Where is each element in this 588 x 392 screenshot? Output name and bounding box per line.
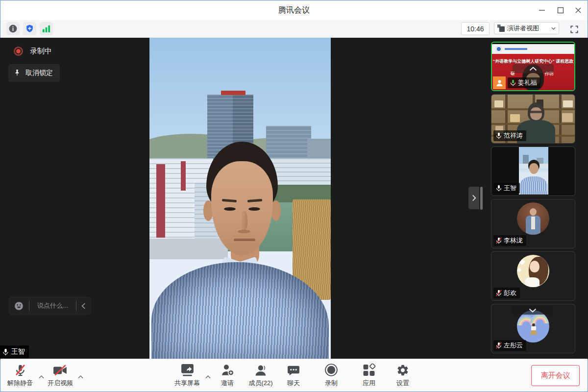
tencent-meeting-window: 腾讯会议 10:4 <box>0 0 588 392</box>
participant-name: 范祥涛 <box>504 131 523 140</box>
mic-active-icon <box>509 79 517 87</box>
record-label: 录制 <box>325 379 338 388</box>
share-screen-icon <box>180 364 195 377</box>
mini-video <box>519 147 548 195</box>
sidebar-collapse-handle[interactable] <box>468 187 479 209</box>
person-nose-shadow <box>238 230 250 233</box>
video-options-caret[interactable] <box>78 372 83 381</box>
bottom-toolbar: 解除静音 开启视频 <box>0 359 588 392</box>
apps-button[interactable]: 应用 <box>363 363 376 388</box>
sidebar-scrollbar[interactable] <box>480 187 483 210</box>
mic-icon <box>495 184 503 192</box>
record-circle-icon <box>324 363 338 377</box>
chevron-down-icon <box>529 308 537 313</box>
info-icon <box>8 24 18 33</box>
close-icon <box>574 6 583 15</box>
share-screen-button[interactable]: 共享屏幕 <box>174 363 200 388</box>
mic-muted-icon <box>495 289 503 297</box>
presenter-badge <box>493 76 506 89</box>
quick-chat-bar[interactable]: 说点什么... <box>9 296 91 315</box>
unpin-button[interactable]: 取消锁定 <box>8 64 60 82</box>
fullscreen-button[interactable] <box>566 22 582 37</box>
participant-name: 王智 <box>504 184 516 193</box>
person-nose <box>241 211 247 231</box>
share-options-caret[interactable] <box>205 372 211 381</box>
chat-button[interactable]: 聊天 <box>287 363 300 388</box>
building-accent <box>156 164 165 238</box>
minimize-icon <box>538 6 546 15</box>
share-screen-label: 共享屏幕 <box>174 379 200 388</box>
avatar <box>517 202 549 235</box>
apps-label: 应用 <box>363 379 375 388</box>
chevron-down-icon <box>551 27 556 30</box>
participant-name-badge: 李林泷 <box>493 235 526 246</box>
scroll-down-hint[interactable] <box>512 306 553 315</box>
participant-name-badge: 左彤云 <box>493 340 526 351</box>
person-eye <box>224 207 236 211</box>
participant-tile-penghuan[interactable]: 彭欢 <box>491 251 575 301</box>
recording-indicator: 录制中 <box>14 47 52 56</box>
participant-name-badge: 范祥涛 <box>493 130 526 141</box>
chat-placeholder[interactable]: 说点什么... <box>29 301 76 310</box>
smiley-icon <box>14 301 24 311</box>
unpin-label: 取消锁定 <box>25 69 53 77</box>
pushpin-icon <box>13 69 21 77</box>
mic-icon <box>495 132 503 140</box>
participant-name-badge: 彭欢 <box>493 288 520 298</box>
meeting-time: 10:46 <box>461 22 490 35</box>
maximize-icon <box>556 6 565 15</box>
participant-tile-zutongyun[interactable]: 左彤云 <box>491 304 575 353</box>
main-video-wangzhi <box>149 38 331 359</box>
participant-tile-lilinlong[interactable]: 李林泷 <box>491 199 575 248</box>
apps-grid-icon <box>363 364 376 377</box>
security-button[interactable] <box>23 22 36 35</box>
maximize-button[interactable] <box>553 3 568 18</box>
invite-button[interactable]: 邀请 <box>220 363 235 388</box>
record-button[interactable]: 录制 <box>324 363 338 388</box>
settings-label: 设置 <box>396 379 409 388</box>
person-eye <box>248 207 260 211</box>
main-video-name-badge: 王智 <box>0 345 29 358</box>
members-button[interactable]: 成员(22) <box>248 363 272 388</box>
network-quality-button[interactable] <box>40 22 53 35</box>
meeting-info-button[interactable] <box>6 22 20 35</box>
network-signal-icon <box>42 24 51 33</box>
security-shield-icon <box>25 24 34 33</box>
recording-label: 录制中 <box>30 47 52 56</box>
gear-icon <box>396 364 410 377</box>
mic-muted-icon <box>14 364 27 377</box>
minimize-button[interactable] <box>535 3 549 18</box>
layout-view-icon <box>497 24 505 32</box>
view-mode-dropdown[interactable]: 演讲者视图 <box>494 22 559 34</box>
participant-tile-jianglifu[interactable]: “外语教学与立德树人研究中心” 课程思政 研 作坊 <box>491 42 575 91</box>
university-logo-text <box>505 48 527 50</box>
unmute-label: 解除静音 <box>7 379 33 388</box>
close-button[interactable] <box>571 3 586 18</box>
scroll-up-hint[interactable] <box>513 64 554 73</box>
chevron-left-icon <box>81 303 86 309</box>
building-crane <box>221 91 245 95</box>
members-icon <box>254 364 268 377</box>
collapse-chat-button[interactable] <box>76 303 91 309</box>
chat-label: 聊天 <box>287 379 300 388</box>
participant-name: 姜礼福 <box>518 78 537 87</box>
glasses <box>530 111 542 113</box>
emoji-button[interactable] <box>9 301 29 311</box>
participant-name: 彭欢 <box>504 289 516 297</box>
camera-off-icon <box>53 364 68 377</box>
settings-button[interactable]: 设置 <box>396 363 410 388</box>
participant-name: 李林泷 <box>504 236 523 245</box>
participant-tile-fanxiangtao[interactable]: 范祥涛 <box>491 94 575 144</box>
start-video-button[interactable]: 开启视频 <box>48 363 73 388</box>
mic-options-caret[interactable] <box>39 372 44 381</box>
chevron-right-icon <box>472 195 476 201</box>
avatar <box>517 255 549 287</box>
participant-tile-wangzhi[interactable]: 王智 <box>491 147 575 196</box>
start-video-label: 开启视频 <box>48 379 73 388</box>
participant-name-badge: 王智 <box>493 183 520 194</box>
person-icon <box>495 79 504 87</box>
participants-sidebar: “外语教学与立德树人研究中心” 课程思政 研 作坊 <box>479 38 588 359</box>
window-title: 腾讯会议 <box>0 0 588 20</box>
leave-meeting-button[interactable]: 离开会议 <box>531 365 580 386</box>
unmute-button[interactable]: 解除静音 <box>7 363 33 388</box>
